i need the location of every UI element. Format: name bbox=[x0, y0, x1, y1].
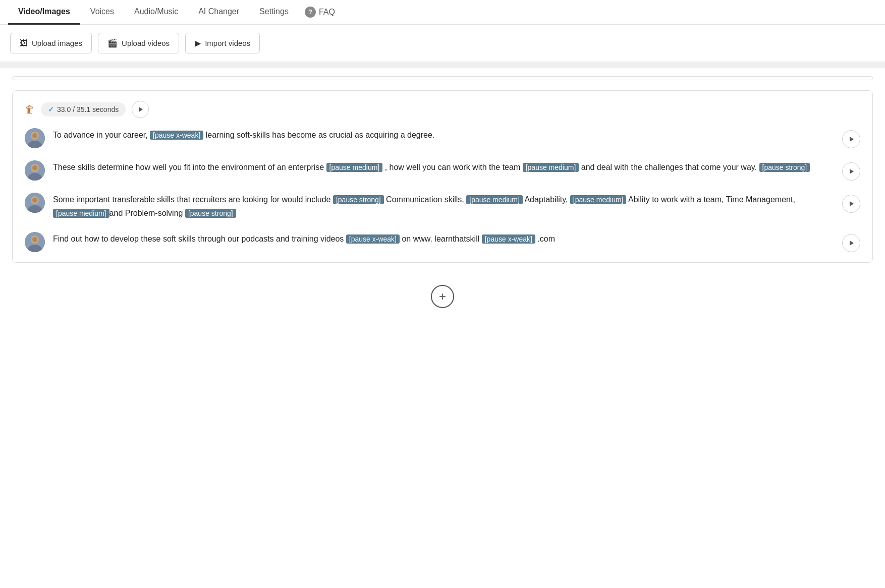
add-btn-container: + bbox=[0, 273, 885, 320]
line-text-3: Some important transferable skills that … bbox=[53, 193, 834, 220]
line3-pause2[interactable]: [pause medium] bbox=[466, 195, 523, 204]
line3-seg5: and Problem-solving bbox=[109, 209, 185, 217]
script-line-4: Find out how to develop these soft skill… bbox=[25, 232, 860, 252]
line1-seg1: To advance in your career, bbox=[53, 131, 150, 139]
top-nav: Video/Images Voices Audio/Music AI Chang… bbox=[0, 0, 885, 25]
youtube-icon: ▶ bbox=[195, 38, 201, 48]
script-lines: To advance in your career, [pause x-weak… bbox=[25, 128, 860, 252]
separator bbox=[0, 62, 885, 68]
line3-pause4[interactable]: [pause medium] bbox=[53, 209, 109, 218]
upload-images-button[interactable]: 🖼 Upload images bbox=[10, 33, 92, 53]
line4-seg3: .com bbox=[535, 234, 555, 243]
card-play-button[interactable] bbox=[132, 101, 149, 118]
faq-label: FAQ bbox=[319, 8, 335, 17]
avatar-4 bbox=[25, 232, 45, 252]
line3-pause1[interactable]: [pause strong] bbox=[333, 195, 384, 204]
line3-seg4: Ability to work with a team, Time Manage… bbox=[626, 195, 795, 204]
avatar-svg-1 bbox=[25, 128, 45, 148]
image-icon: 🖼 bbox=[20, 39, 28, 48]
avatar-2 bbox=[25, 160, 45, 181]
timer-check-icon: ✓ bbox=[48, 105, 54, 113]
app-container: Video/Images Voices Audio/Music AI Chang… bbox=[0, 0, 885, 588]
line1-seg2: learning soft-skills has become as cruci… bbox=[203, 131, 434, 139]
script-card: 🗑 ✓ 33.0 / 35.1 seconds bbox=[12, 90, 873, 263]
line4-seg1: Find out how to develop these soft skill… bbox=[53, 234, 346, 243]
tab-voices[interactable]: Voices bbox=[80, 0, 124, 25]
line2-seg1: These skills determine how well you fit … bbox=[53, 163, 326, 171]
add-segment-button[interactable]: + bbox=[431, 285, 454, 308]
video-icon: 🎬 bbox=[107, 38, 118, 48]
line3-pause3[interactable]: [pause medium] bbox=[570, 195, 627, 204]
line2-seg2: , how well you can work with the team bbox=[382, 163, 522, 171]
svg-point-11 bbox=[32, 198, 37, 203]
line1-play-button[interactable] bbox=[842, 130, 860, 148]
upload-videos-button[interactable]: 🎬 Upload videos bbox=[98, 33, 179, 53]
upload-row: 🖼 Upload images 🎬 Upload videos ▶ Import… bbox=[0, 25, 885, 62]
line3-seg2: Communication skills, bbox=[384, 195, 467, 204]
play-triangle-icon bbox=[139, 107, 143, 112]
avatar-3 bbox=[25, 193, 45, 213]
avatar-1 bbox=[25, 128, 45, 148]
faq-icon: ? bbox=[305, 7, 316, 18]
line4-pause1[interactable]: [pause x-weak] bbox=[346, 234, 400, 244]
avatar-svg-2 bbox=[25, 160, 45, 181]
play-icon bbox=[850, 201, 854, 206]
import-videos-label: Import videos bbox=[205, 39, 250, 47]
line3-seg3: Adaptability, bbox=[523, 195, 570, 204]
line4-pause2[interactable]: [pause x-weak] bbox=[482, 234, 535, 244]
play-icon bbox=[850, 241, 854, 246]
line-text-2: These skills determine how well you fit … bbox=[53, 160, 834, 174]
top-card-remnant bbox=[12, 76, 873, 80]
faq-link[interactable]: ? FAQ bbox=[305, 7, 335, 18]
svg-point-15 bbox=[32, 237, 37, 242]
trash-icon[interactable]: 🗑 bbox=[25, 104, 35, 115]
play-icon bbox=[850, 137, 854, 142]
script-line-3: Some important transferable skills that … bbox=[25, 193, 860, 220]
script-line-2: These skills determine how well you fit … bbox=[25, 160, 860, 181]
line3-pause5[interactable]: [pause strong] bbox=[185, 209, 236, 218]
import-videos-button[interactable]: ▶ Import videos bbox=[185, 33, 260, 53]
avatar-svg-4 bbox=[25, 232, 45, 252]
timer-text: 33.0 / 35.1 seconds bbox=[57, 105, 119, 113]
line2-play-button[interactable] bbox=[842, 162, 860, 181]
line3-play-button[interactable] bbox=[842, 195, 860, 213]
tab-video-images[interactable]: Video/Images bbox=[8, 0, 80, 25]
upload-videos-label: Upload videos bbox=[122, 39, 170, 47]
line2-pause1[interactable]: [pause medium] bbox=[326, 163, 383, 172]
upload-images-label: Upload images bbox=[32, 39, 82, 47]
card-header: 🗑 ✓ 33.0 / 35.1 seconds bbox=[25, 101, 860, 118]
line4-play-button[interactable] bbox=[842, 234, 860, 252]
tab-settings[interactable]: Settings bbox=[249, 0, 299, 25]
line1-pause1[interactable]: [pause x-weak] bbox=[150, 131, 203, 140]
timer-badge: ✓ 33.0 / 35.1 seconds bbox=[41, 102, 126, 116]
avatar-svg-3 bbox=[25, 193, 45, 213]
tab-ai-changer[interactable]: AI Changer bbox=[188, 0, 249, 25]
svg-point-3 bbox=[32, 133, 37, 138]
script-line-1: To advance in your career, [pause x-weak… bbox=[25, 128, 860, 148]
line2-pause3[interactable]: [pause strong] bbox=[759, 163, 810, 172]
line-text-1: To advance in your career, [pause x-weak… bbox=[53, 128, 834, 142]
line4-seg2: on www. learnthatskill bbox=[400, 234, 482, 243]
tab-audio-music[interactable]: Audio/Music bbox=[124, 0, 188, 25]
line2-seg3: and deal with the challenges that come y… bbox=[579, 163, 759, 171]
add-icon: + bbox=[439, 289, 446, 304]
svg-point-7 bbox=[32, 165, 37, 170]
line3-seg1: Some important transferable skills that … bbox=[53, 195, 333, 204]
play-icon bbox=[850, 169, 854, 174]
line2-pause2[interactable]: [pause medium] bbox=[523, 163, 579, 172]
line-text-4: Find out how to develop these soft skill… bbox=[53, 232, 834, 246]
